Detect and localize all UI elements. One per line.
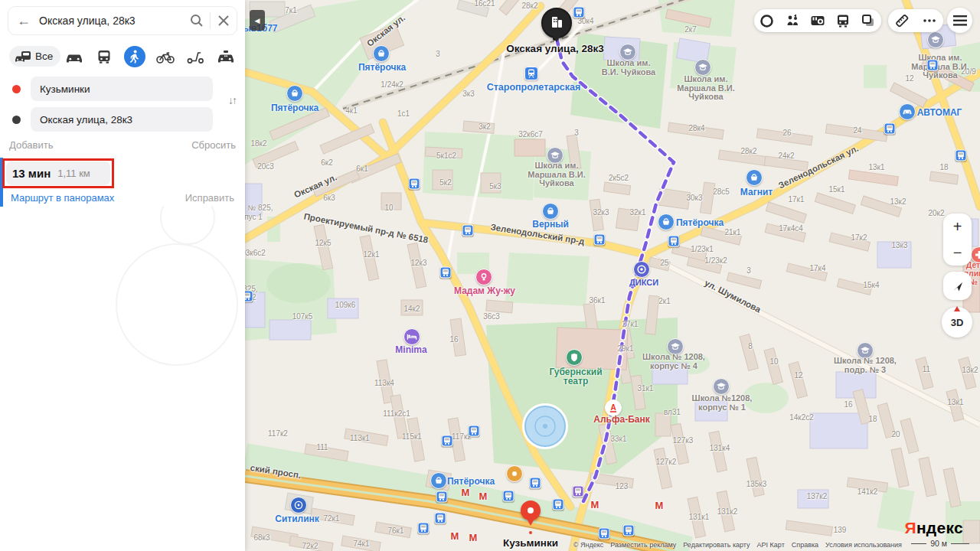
route-from-field[interactable]: Кузьминки xyxy=(31,77,213,101)
mode-bicycle-icon[interactable] xyxy=(155,46,176,67)
citilink-poi-icon[interactable] xyxy=(290,497,307,514)
zoom-in-button[interactable]: + xyxy=(943,214,972,240)
food-poi-icon[interactable] xyxy=(506,465,523,482)
school-poi-icon[interactable] xyxy=(694,59,711,76)
basket-poi-icon[interactable] xyxy=(658,214,675,230)
building-number-label: пус 1 xyxy=(244,213,263,221)
building-number-label: 15к1 xyxy=(828,185,844,194)
search-input[interactable]: Окская улица, 28к3 xyxy=(39,15,184,27)
basket-poi-icon[interactable] xyxy=(746,169,763,186)
diksi-poi-icon[interactable] xyxy=(633,261,650,278)
mode-car-icon[interactable] xyxy=(64,46,85,67)
metro-icon[interactable]: М xyxy=(462,487,470,498)
basket-poi-icon[interactable] xyxy=(286,85,303,102)
basket-poi-icon[interactable] xyxy=(542,203,559,220)
tram-stop-icon[interactable] xyxy=(573,486,584,497)
map-canvas[interactable]: .b{fill:#e6dbd1;stroke:#d5c7ba;stroke-wi… xyxy=(245,0,980,551)
scale-label: 90 м xyxy=(930,539,947,548)
bus-stop-icon[interactable] xyxy=(927,60,939,71)
mode-scooter-icon[interactable] xyxy=(185,46,206,67)
bus-stop-icon[interactable] xyxy=(442,435,453,447)
mode-bus-icon[interactable] xyxy=(93,46,115,67)
start-pin[interactable] xyxy=(521,500,541,520)
compass-3d-button[interactable]: 3D xyxy=(942,307,972,337)
auto-poi-icon[interactable] xyxy=(899,103,916,120)
yandex-logo[interactable]: Яндекс xyxy=(904,519,963,537)
bus-stop-icon[interactable] xyxy=(435,513,446,524)
mode-taxi-icon[interactable] xyxy=(215,46,237,67)
bus-stop-icon[interactable] xyxy=(409,178,420,190)
building-number-label: 13к1 xyxy=(868,163,884,171)
building-number-label: 5к1с2 xyxy=(436,152,456,160)
building-number-label: 17к4с4 xyxy=(779,224,803,233)
bus-stop-icon[interactable] xyxy=(469,425,480,437)
traffic-icon[interactable] xyxy=(756,10,778,31)
attribution-link[interactable]: Разместить рекламу xyxy=(610,541,676,549)
mode-pedestrian-selected[interactable] xyxy=(124,46,145,67)
map-toolbar xyxy=(754,9,881,32)
swap-points-icon[interactable]: ↓↑ xyxy=(223,91,241,109)
mirrors-icon[interactable] xyxy=(782,10,803,31)
attribution-link[interactable]: Справка xyxy=(792,541,818,549)
ruler-icon[interactable] xyxy=(891,10,913,31)
basket-poi-icon[interactable] xyxy=(373,45,390,62)
transport-modes: Все xyxy=(0,46,245,69)
bus-stop-icon[interactable] xyxy=(530,478,541,489)
bus-stop-icon[interactable] xyxy=(553,499,564,510)
school-poi-icon[interactable] xyxy=(927,31,944,48)
route-summary[interactable]: 13 мин 1,11 км xyxy=(6,161,110,185)
map-scale: 90 м xyxy=(911,539,969,548)
bus-stop-icon[interactable] xyxy=(668,236,680,247)
bus-stop-icon[interactable] xyxy=(503,491,514,502)
bus-stop-icon[interactable] xyxy=(418,523,430,534)
building-number-label: 21к1 xyxy=(724,228,740,236)
metro-icon[interactable]: М xyxy=(655,500,664,511)
bus-stop-icon[interactable] xyxy=(594,234,606,246)
metro-icon[interactable]: М xyxy=(591,499,599,510)
zoom-out-button[interactable]: − xyxy=(943,240,972,266)
close-search-icon[interactable] xyxy=(211,15,237,26)
hotel-poi-icon[interactable] xyxy=(403,328,420,345)
attribution-link[interactable]: © Яндекс xyxy=(573,541,603,549)
back-button[interactable]: ← xyxy=(8,13,39,29)
route-point-a-dot xyxy=(12,85,21,93)
reset-route-link[interactable]: Сбросить xyxy=(191,139,236,151)
locate-me-button[interactable] xyxy=(943,272,972,300)
basket-poi-icon[interactable] xyxy=(430,472,447,489)
rail-station-icon[interactable] xyxy=(524,67,538,80)
metro-icon[interactable]: М xyxy=(469,532,478,543)
bus-stop-icon[interactable] xyxy=(440,267,452,279)
building-number-label: 107к5 xyxy=(292,312,313,321)
attribution-link[interactable]: Редактировать карту xyxy=(683,541,750,549)
bus-stop-icon[interactable] xyxy=(462,225,474,236)
more-options-icon[interactable] xyxy=(919,10,940,31)
mode-all-button[interactable]: Все xyxy=(9,46,60,67)
add-point-link[interactable]: Добавить xyxy=(9,139,53,151)
attribution-link[interactable]: API Карт xyxy=(757,541,785,549)
building-number-label: 3 xyxy=(436,50,440,58)
panoramas-camera-icon[interactable] xyxy=(807,10,828,31)
bus-stop-icon[interactable] xyxy=(884,123,896,135)
bus-stop-icon[interactable] xyxy=(436,491,448,503)
panorama-route-link[interactable]: Маршрут в панорамах xyxy=(11,192,114,204)
layers-icon[interactable] xyxy=(858,10,879,31)
menu-button[interactable] xyxy=(947,8,972,33)
attribution-link[interactable]: Условия использования xyxy=(825,541,902,549)
madame-poi-icon[interactable] xyxy=(475,269,492,285)
bus-stop-icon[interactable] xyxy=(599,528,610,540)
transport-bus-icon[interactable] xyxy=(832,10,854,31)
bus-stop-icon[interactable] xyxy=(623,525,635,536)
building-number-label: вл31 xyxy=(664,408,681,416)
bus-stop-icon[interactable] xyxy=(956,150,967,161)
metro-icon[interactable]: М xyxy=(451,530,459,542)
collapse-sidebar-button[interactable]: ◀ xyxy=(250,10,265,31)
building-number-label: 12 xyxy=(794,371,802,380)
fix-route-link[interactable]: Исправить xyxy=(185,192,234,204)
bus-stop-icon[interactable] xyxy=(573,7,585,18)
metro-icon[interactable]: М xyxy=(479,491,488,502)
route-to-field[interactable]: Окская улица, 28к3 xyxy=(31,107,213,132)
building-number-label: 139 xyxy=(834,526,847,534)
theater-poi-icon[interactable] xyxy=(566,349,583,366)
destination-pin[interactable] xyxy=(541,8,572,38)
search-icon[interactable] xyxy=(184,14,210,28)
